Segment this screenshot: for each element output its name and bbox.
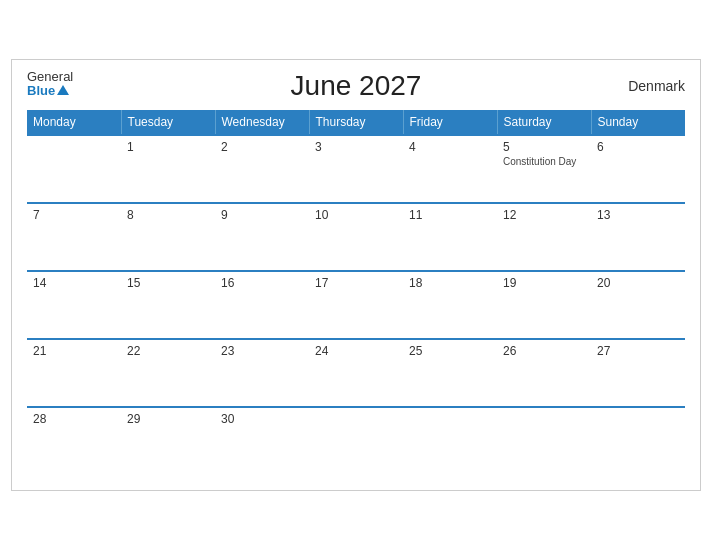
country-label: Denmark <box>628 78 685 94</box>
calendar-cell: 15 <box>121 271 215 339</box>
day-number: 30 <box>221 412 303 426</box>
day-number: 2 <box>221 140 303 154</box>
calendar-cell: 5Constitution Day <box>497 135 591 203</box>
calendar-cell: 11 <box>403 203 497 271</box>
day-number: 25 <box>409 344 491 358</box>
header-saturday: Saturday <box>497 110 591 135</box>
calendar-cell: 18 <box>403 271 497 339</box>
calendar-cell: 3 <box>309 135 403 203</box>
calendar-cell: 8 <box>121 203 215 271</box>
day-number: 26 <box>503 344 585 358</box>
header-sunday: Sunday <box>591 110 685 135</box>
header-friday: Friday <box>403 110 497 135</box>
day-number: 7 <box>33 208 115 222</box>
calendar-week-row: 14151617181920 <box>27 271 685 339</box>
calendar-cell: 13 <box>591 203 685 271</box>
day-number: 18 <box>409 276 491 290</box>
header-thursday: Thursday <box>309 110 403 135</box>
calendar-cell <box>591 407 685 475</box>
calendar-cell: 21 <box>27 339 121 407</box>
day-number: 6 <box>597 140 679 154</box>
calendar-cell: 22 <box>121 339 215 407</box>
day-number: 27 <box>597 344 679 358</box>
calendar-week-row: 21222324252627 <box>27 339 685 407</box>
calendar-header: General Blue June 2027 Denmark <box>27 70 685 102</box>
day-number: 4 <box>409 140 491 154</box>
calendar-cell: 23 <box>215 339 309 407</box>
day-number: 29 <box>127 412 209 426</box>
weekday-header-row: Monday Tuesday Wednesday Thursday Friday… <box>27 110 685 135</box>
calendar-cell: 25 <box>403 339 497 407</box>
calendar-table: Monday Tuesday Wednesday Thursday Friday… <box>27 110 685 475</box>
calendar-cell: 7 <box>27 203 121 271</box>
calendar-cell: 9 <box>215 203 309 271</box>
day-number: 16 <box>221 276 303 290</box>
calendar-cell: 20 <box>591 271 685 339</box>
calendar-cell <box>403 407 497 475</box>
day-number: 21 <box>33 344 115 358</box>
day-number: 3 <box>315 140 397 154</box>
calendar-cell: 10 <box>309 203 403 271</box>
calendar-cell: 4 <box>403 135 497 203</box>
logo-general-text: General <box>27 70 73 84</box>
day-number: 15 <box>127 276 209 290</box>
calendar-cell: 16 <box>215 271 309 339</box>
calendar-cell: 28 <box>27 407 121 475</box>
header-tuesday: Tuesday <box>121 110 215 135</box>
calendar-cell: 2 <box>215 135 309 203</box>
calendar-cell: 19 <box>497 271 591 339</box>
day-number: 8 <box>127 208 209 222</box>
day-number: 20 <box>597 276 679 290</box>
calendar-title: June 2027 <box>291 70 422 102</box>
calendar-cell: 29 <box>121 407 215 475</box>
calendar-cell: 12 <box>497 203 591 271</box>
calendar-cell <box>497 407 591 475</box>
calendar-week-row: 12345Constitution Day6 <box>27 135 685 203</box>
calendar-cell: 6 <box>591 135 685 203</box>
day-number: 28 <box>33 412 115 426</box>
day-number: 17 <box>315 276 397 290</box>
calendar-cell: 24 <box>309 339 403 407</box>
calendar-container: General Blue June 2027 Denmark Monday Tu… <box>11 59 701 491</box>
day-number: 9 <box>221 208 303 222</box>
header-monday: Monday <box>27 110 121 135</box>
calendar-cell: 30 <box>215 407 309 475</box>
header-wednesday: Wednesday <box>215 110 309 135</box>
calendar-cell: 26 <box>497 339 591 407</box>
calendar-cell: 27 <box>591 339 685 407</box>
calendar-cell: 1 <box>121 135 215 203</box>
day-number: 19 <box>503 276 585 290</box>
calendar-cell: 14 <box>27 271 121 339</box>
day-number: 5 <box>503 140 585 154</box>
holiday-label: Constitution Day <box>503 156 585 167</box>
day-number: 13 <box>597 208 679 222</box>
day-number: 12 <box>503 208 585 222</box>
logo-triangle-icon <box>57 85 69 95</box>
calendar-week-row: 282930 <box>27 407 685 475</box>
day-number: 22 <box>127 344 209 358</box>
day-number: 11 <box>409 208 491 222</box>
calendar-week-row: 78910111213 <box>27 203 685 271</box>
calendar-cell <box>309 407 403 475</box>
calendar-cell <box>27 135 121 203</box>
logo-blue-text: Blue <box>27 84 55 98</box>
day-number: 14 <box>33 276 115 290</box>
day-number: 10 <box>315 208 397 222</box>
day-number: 24 <box>315 344 397 358</box>
day-number: 1 <box>127 140 209 154</box>
logo: General Blue <box>27 70 73 99</box>
day-number: 23 <box>221 344 303 358</box>
calendar-cell: 17 <box>309 271 403 339</box>
